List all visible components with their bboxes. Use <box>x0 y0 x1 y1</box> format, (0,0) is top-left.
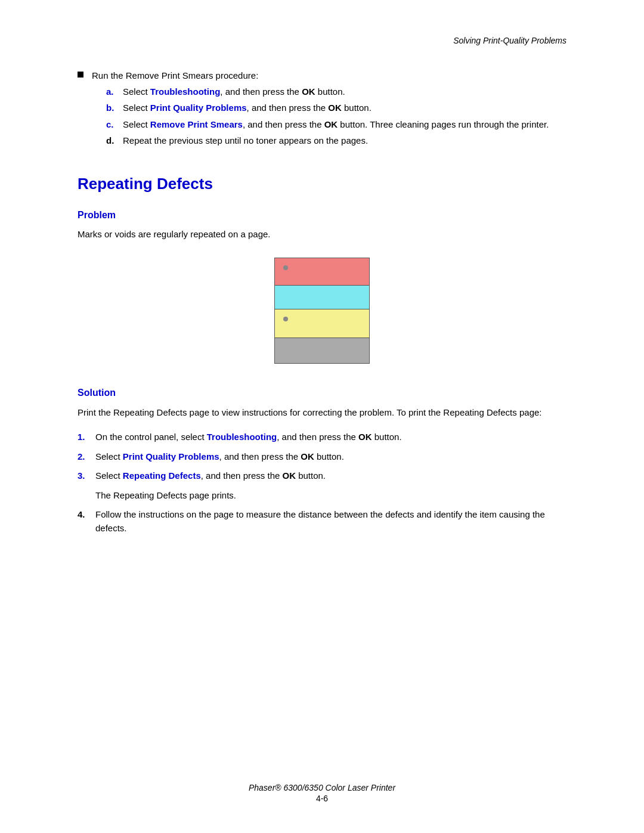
solution-desc: Print the Repeating Defects page to view… <box>78 405 566 420</box>
page-footer: Phaser® 6300/6350 Color Laser Printer 4-… <box>0 783 644 803</box>
page-container: Solving Print-Quality Problems Run the R… <box>0 0 644 833</box>
ok-bold-c: OK <box>324 119 338 129</box>
repeating-defects-link-3: Repeating Defects <box>123 470 201 481</box>
swatch-yellow <box>275 309 369 338</box>
numbered-item-2-content: Select Print Quality Problems, and then … <box>95 450 344 464</box>
sub-item-b-content: Select Print Quality Problems, and then … <box>123 101 549 115</box>
solution-section: Solution Print the Repeating Defects pag… <box>78 388 566 535</box>
numbered-list: 1. On the control panel, select Troubles… <box>78 431 566 535</box>
troubleshooting-link-1: Troubleshooting <box>207 432 277 442</box>
footer-product: Phaser® 6300/6350 Color Laser Printer <box>0 783 644 792</box>
num-label-1: 1. <box>78 431 93 444</box>
numbered-item-2: 2. Select Print Quality Problems, and th… <box>78 450 566 464</box>
sub-item-b: b. Select Print Quality Problems, and th… <box>106 101 549 115</box>
swatch-pink <box>275 258 369 286</box>
solution-heading: Solution <box>78 388 566 398</box>
numbered-item-1-content: On the control panel, select Troubleshoo… <box>95 431 402 444</box>
color-swatches <box>274 258 370 364</box>
numbered-item-4: 4. Follow the instructions on the page t… <box>78 508 566 535</box>
numbered-item-3: 3. Select Repeating Defects, and then pr… <box>78 469 566 483</box>
ok-bold-b: OK <box>328 103 342 113</box>
sub-label-a: a. <box>106 85 119 99</box>
problem-section: Problem Marks or voids are regularly rep… <box>78 210 566 364</box>
ok-bold-a: OK <box>302 86 315 97</box>
numbered-item-4-content: Follow the instructions on the page to m… <box>95 508 566 535</box>
sub-label-c: c. <box>106 118 119 132</box>
num-label-4: 4. <box>78 508 93 522</box>
section-title: Repeating Defects <box>78 175 566 193</box>
print-quality-link-2: Print Quality Problems <box>123 451 219 462</box>
header-title: Solving Print-Quality Problems <box>453 36 566 45</box>
problem-desc: Marks or voids are regularly repeated on… <box>78 228 566 241</box>
color-swatches-container <box>78 258 566 364</box>
remove-smears-link-c: Remove Print Smears <box>150 119 243 129</box>
bullet-text: Run the Remove Print Smears procedure: a… <box>92 69 549 151</box>
ok-bold-2: OK <box>301 451 314 462</box>
troubleshooting-link-a: Troubleshooting <box>150 86 221 97</box>
sub-item-a-content: Select Troubleshooting, and then press t… <box>123 85 549 99</box>
swatch-gray <box>275 338 369 363</box>
indent-note: The Repeating Defects page prints. <box>95 489 566 503</box>
numbered-item-3-content: Select Repeating Defects, and then press… <box>95 469 326 483</box>
ok-bold-1: OK <box>358 432 372 442</box>
run-text: Run the Remove Print Smears procedure: <box>92 70 258 80</box>
swatch-cyan <box>275 286 369 309</box>
sub-label-d: d. <box>106 134 119 148</box>
sub-item-d-content: Repeat the previous step until no toner … <box>123 134 549 148</box>
num-label-3: 3. <box>78 469 93 483</box>
sub-item-d: d. Repeat the previous step until no ton… <box>106 134 549 148</box>
dot-pink <box>283 265 288 270</box>
sub-item-c: c. Select Remove Print Smears, and then … <box>106 118 549 132</box>
problem-heading: Problem <box>78 210 566 221</box>
sub-list: a. Select Troubleshooting, and then pres… <box>106 85 549 148</box>
sub-label-b: b. <box>106 101 119 115</box>
numbered-item-1: 1. On the control panel, select Troubles… <box>78 431 566 444</box>
page-header: Solving Print-Quality Problems <box>78 36 566 45</box>
dot-yellow <box>283 317 288 321</box>
bullet-square-icon <box>78 72 83 78</box>
num-label-2: 2. <box>78 450 93 464</box>
sub-item-a: a. Select Troubleshooting, and then pres… <box>106 85 549 99</box>
print-quality-link-b: Print Quality Problems <box>150 103 247 113</box>
ok-bold-3: OK <box>283 470 296 481</box>
sub-item-c-content: Select Remove Print Smears, and then pre… <box>123 118 549 132</box>
footer-page: 4-6 <box>0 794 644 803</box>
intro-bullet-section: Run the Remove Print Smears procedure: a… <box>78 69 566 151</box>
bullet-item: Run the Remove Print Smears procedure: a… <box>78 69 566 151</box>
